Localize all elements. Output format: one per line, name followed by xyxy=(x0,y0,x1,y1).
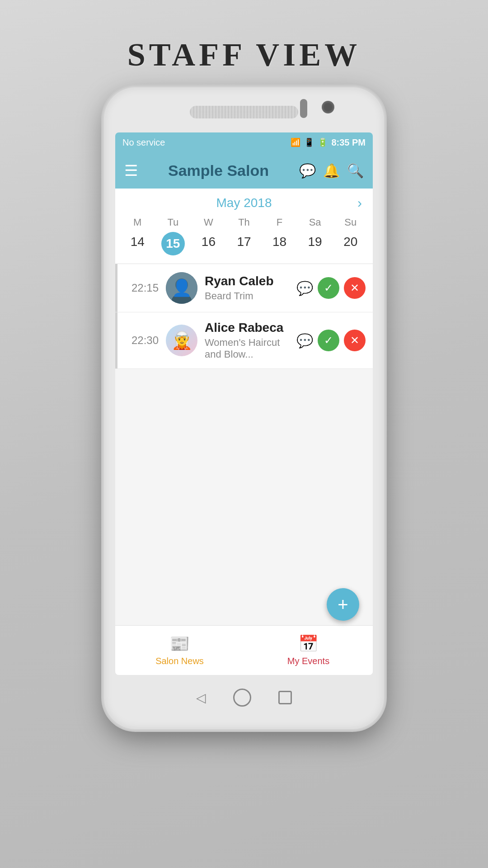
calendar-nav-right[interactable]: › xyxy=(357,195,362,211)
hamburger-menu-icon[interactable]: ☰ xyxy=(124,161,138,179)
appt-actions-ryan: 💬 ✓ ✕ xyxy=(296,277,366,299)
appt-service-alice: Women's Haircut and Blow... xyxy=(205,337,289,360)
appt-name-alice: Alice Rabeca xyxy=(205,321,289,335)
appt-time-ryan: 22:15 xyxy=(122,282,159,294)
day-fri: F xyxy=(262,217,297,228)
salon-news-icon: 📰 xyxy=(169,634,190,653)
appt-name-ryan: Ryan Caleb xyxy=(205,274,289,288)
appt-reject-btn-ryan[interactable]: ✕ xyxy=(344,277,366,299)
day-sat: Sa xyxy=(297,217,333,228)
date-14[interactable]: 14 xyxy=(120,232,155,255)
my-events-label: My Events xyxy=(287,656,329,666)
nav-item-my-events[interactable]: 📅 My Events xyxy=(244,630,373,671)
appt-info-alice: Alice Rabeca Women's Haircut and Blow... xyxy=(205,321,289,360)
appt-actions-alice: 💬 ✓ ✕ xyxy=(296,330,366,351)
sensor xyxy=(300,99,307,118)
appt-service-ryan: Beard Trim xyxy=(205,290,289,302)
bottom-nav: 📰 Salon News 📅 My Events xyxy=(115,625,373,675)
appt-reject-btn-alice[interactable]: ✕ xyxy=(344,330,366,351)
no-service-text: No service xyxy=(122,137,165,148)
date-17[interactable]: 17 xyxy=(226,232,262,255)
appointment-item-alice: 22:30 🧝 Alice Rabeca Women's Haircut and… xyxy=(115,312,373,369)
appointment-item-ryan: 22:15 Ryan Caleb Beard Trim 💬 ✓ ✕ xyxy=(115,264,373,312)
day-wed: W xyxy=(191,217,226,228)
appt-info-ryan: Ryan Caleb Beard Trim xyxy=(205,274,289,302)
calendar-month-label: May 2018 xyxy=(216,196,272,210)
appt-side-bar-alice xyxy=(115,312,117,368)
day-tue: Tu xyxy=(155,217,191,228)
page-title: STAFF VIEW xyxy=(127,36,361,74)
day-thu: Th xyxy=(226,217,262,228)
nav-home-button[interactable] xyxy=(233,689,251,707)
nav-item-salon-news[interactable]: 📰 Salon News xyxy=(115,630,244,671)
appt-accept-btn-alice[interactable]: ✓ xyxy=(318,330,339,351)
search-icon[interactable]: 🔍 xyxy=(347,163,364,179)
app-title: Sample Salon xyxy=(145,162,292,179)
appt-time-alice: 22:30 xyxy=(122,334,159,347)
status-bar: No service 📶 📱 🔋 8:35 PM xyxy=(115,132,373,152)
calendar-dates-row: 14 15 16 17 18 19 20 xyxy=(115,232,373,259)
phone-top xyxy=(104,87,384,132)
appt-message-icon-alice[interactable]: 💬 xyxy=(296,333,313,349)
calendar-month-row: May 2018 › xyxy=(115,196,373,210)
nav-recents-button[interactable] xyxy=(278,691,292,704)
appt-avatar-alice: 🧝 xyxy=(166,325,197,356)
date-18[interactable]: 18 xyxy=(262,232,297,255)
header-icons: 💬 🔔 🔍 xyxy=(299,163,364,179)
bell-icon[interactable]: 🔔 xyxy=(323,163,340,179)
battery-icon: 🔋 xyxy=(318,137,328,147)
fab-add-button[interactable]: + xyxy=(327,588,359,621)
svg-point-2 xyxy=(172,294,192,304)
appt-avatar-ryan xyxy=(166,272,197,304)
phone-screen: No service 📶 📱 🔋 8:35 PM ☰ Sample Salon … xyxy=(115,132,373,675)
status-time: 8:35 PM xyxy=(331,137,366,148)
sim-icon: 📱 xyxy=(304,137,314,147)
date-19[interactable]: 19 xyxy=(297,232,333,255)
my-events-icon: 📅 xyxy=(298,634,319,653)
appt-side-bar-ryan xyxy=(115,264,117,312)
calendar-days-header: M Tu W Th F Sa Su xyxy=(115,217,373,228)
app-header: ☰ Sample Salon 💬 🔔 🔍 xyxy=(115,152,373,189)
chat-icon[interactable]: 💬 xyxy=(299,163,316,179)
salon-news-label: Salon News xyxy=(155,656,204,666)
appt-message-icon-ryan[interactable]: 💬 xyxy=(296,280,313,296)
speaker-grille xyxy=(190,106,298,118)
date-16[interactable]: 16 xyxy=(191,232,226,255)
date-20[interactable]: 20 xyxy=(333,232,368,255)
day-mon: M xyxy=(120,217,155,228)
appt-accept-btn-ryan[interactable]: ✓ xyxy=(318,277,339,299)
calendar-section: May 2018 › M Tu W Th F Sa Su 14 15 16 17… xyxy=(115,189,373,264)
status-right: 📶 📱 🔋 8:35 PM xyxy=(291,137,366,148)
svg-point-1 xyxy=(175,278,188,291)
day-sun: Su xyxy=(333,217,368,228)
phone-frame: No service 📶 📱 🔋 8:35 PM ☰ Sample Salon … xyxy=(104,87,384,729)
wifi-icon: 📶 xyxy=(291,137,300,147)
phone-bottom-nav: ◁ xyxy=(196,675,292,729)
date-15[interactable]: 15 xyxy=(161,232,185,255)
nav-back-button[interactable]: ◁ xyxy=(196,690,206,705)
front-camera xyxy=(322,101,334,113)
